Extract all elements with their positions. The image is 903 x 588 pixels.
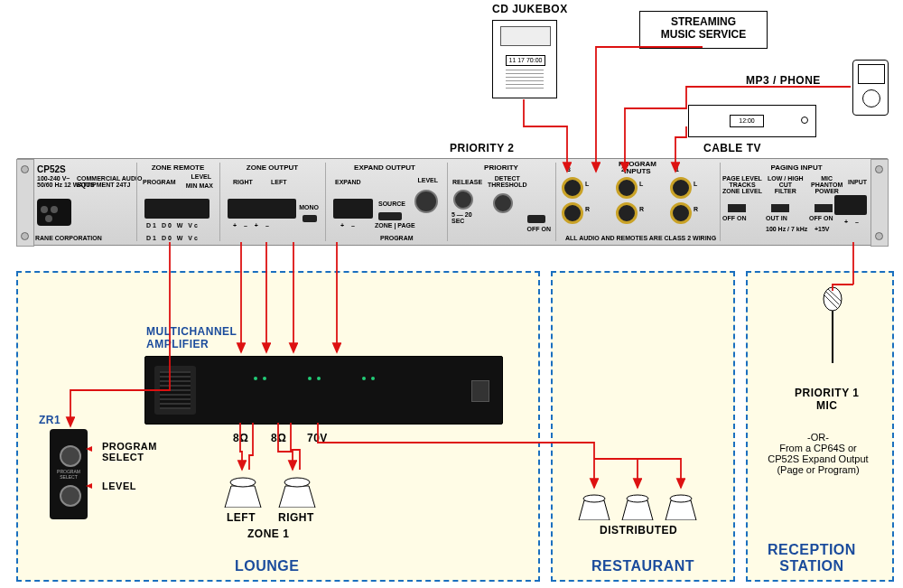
cd-jukebox-label: CD JUKEBOX bbox=[492, 3, 568, 15]
release-knob[interactable] bbox=[453, 190, 473, 210]
svg-marker-2 bbox=[279, 486, 315, 508]
dist-speaker-1-icon bbox=[576, 490, 612, 520]
source-switch[interactable] bbox=[378, 212, 402, 220]
cable-tv-label: CABLE TV bbox=[703, 142, 761, 154]
rca-2r[interactable] bbox=[616, 202, 638, 224]
zr1-model: ZR1 bbox=[39, 414, 61, 426]
imp-8ohm-1: 8Ω bbox=[233, 432, 248, 444]
dist-speaker-3-icon bbox=[663, 490, 699, 520]
rca-1r[interactable] bbox=[670, 202, 692, 224]
cd-jukebox-device: 11 17 70:00 bbox=[492, 20, 557, 98]
priority-switch[interactable] bbox=[527, 215, 545, 223]
zone-output-header: ZONE OUTPUT bbox=[220, 163, 324, 172]
mono-switch[interactable] bbox=[303, 215, 317, 222]
reception-alt-text: -OR- From a CP64S or CP52S Expand Output… bbox=[759, 432, 878, 475]
speaker-left-icon bbox=[220, 471, 265, 508]
cp52s-rear-panel: CP52S 100-240 V~ 50/60 Hz 12 WATTS COMME… bbox=[16, 158, 889, 246]
spkr-right-label: RIGHT bbox=[278, 511, 314, 524]
rca-1l[interactable] bbox=[670, 177, 692, 199]
svg-marker-8 bbox=[666, 500, 696, 520]
paging-input-header: PAGING INPUT bbox=[721, 163, 872, 172]
expand-output-header: EXPAND OUTPUT bbox=[326, 163, 443, 172]
svg-point-9 bbox=[670, 495, 692, 502]
priority1-mic-label: PRIORITY 1 MIC bbox=[795, 387, 859, 412]
filter-switch[interactable] bbox=[771, 204, 789, 212]
priority-header: PRIORITY bbox=[448, 163, 554, 172]
amp-title: MULTICHANNEL AMPLIFIER bbox=[146, 325, 237, 350]
speaker-right-icon bbox=[275, 471, 320, 508]
cabletv-clock: 12:00 bbox=[730, 115, 764, 127]
program-inputs-header: PROGRAM INPUTS bbox=[556, 161, 719, 175]
paging-input-terminal[interactable] bbox=[834, 195, 867, 215]
zr1-program-knob[interactable] bbox=[60, 445, 81, 467]
zone-output-terminal[interactable] bbox=[228, 199, 296, 219]
expand-level-knob[interactable] bbox=[414, 190, 438, 213]
zr1-level-label: LEVEL bbox=[102, 481, 136, 491]
spkr-left-label: LEFT bbox=[227, 511, 256, 524]
detect-knob[interactable] bbox=[493, 193, 513, 213]
model-label: CP52S bbox=[37, 164, 66, 174]
zr1-wallplate: PROGRAM SELECT bbox=[50, 429, 88, 519]
lounge-title: LOUNGE bbox=[235, 558, 299, 574]
cable-tv-box: 12:00 bbox=[688, 105, 816, 137]
rca-2l[interactable] bbox=[616, 177, 638, 199]
expand-output-terminal[interactable] bbox=[333, 199, 373, 219]
zr1-program-select-label: PROGRAM SELECT bbox=[102, 441, 157, 462]
svg-point-5 bbox=[583, 495, 605, 502]
svg-point-1 bbox=[230, 478, 256, 487]
priority2-label: PRIORITY 2 bbox=[450, 142, 514, 154]
mp3-phone-label: MP3 / PHONE bbox=[746, 74, 821, 87]
svg-point-3 bbox=[284, 478, 310, 487]
zone-remote-terminal[interactable] bbox=[144, 199, 209, 219]
svg-marker-4 bbox=[579, 500, 610, 520]
restaurant-title: RESTAURANT bbox=[591, 558, 694, 574]
streaming-service-box: STREAMING MUSIC SERVICE bbox=[639, 11, 768, 49]
dist-speaker-2-icon bbox=[619, 490, 656, 520]
rca-3l[interactable] bbox=[562, 177, 583, 199]
imp-8ohm-2: 8Ω bbox=[271, 432, 286, 444]
multichannel-amplifier bbox=[144, 356, 503, 425]
amp-power-switch[interactable] bbox=[471, 380, 489, 402]
svg-point-7 bbox=[627, 495, 648, 502]
distributed-label: DISTRIBUTED bbox=[600, 524, 677, 537]
pagelevel-switch[interactable] bbox=[728, 204, 746, 212]
zone1-label: ZONE 1 bbox=[247, 527, 289, 540]
zone-remote-header: ZONE REMOTE bbox=[137, 163, 219, 172]
zr1-level-knob[interactable] bbox=[60, 485, 81, 507]
svg-marker-6 bbox=[622, 500, 653, 520]
rca-3r[interactable] bbox=[562, 202, 583, 224]
phantom-switch[interactable] bbox=[815, 204, 833, 212]
svg-marker-0 bbox=[225, 486, 261, 508]
mp3-device bbox=[852, 60, 889, 116]
reception-title: RECEPTION STATION bbox=[768, 542, 856, 574]
jukebox-screen: 11 17 70:00 bbox=[506, 55, 545, 66]
imp-70v: 70V bbox=[307, 432, 328, 444]
mic-icon bbox=[819, 286, 846, 368]
